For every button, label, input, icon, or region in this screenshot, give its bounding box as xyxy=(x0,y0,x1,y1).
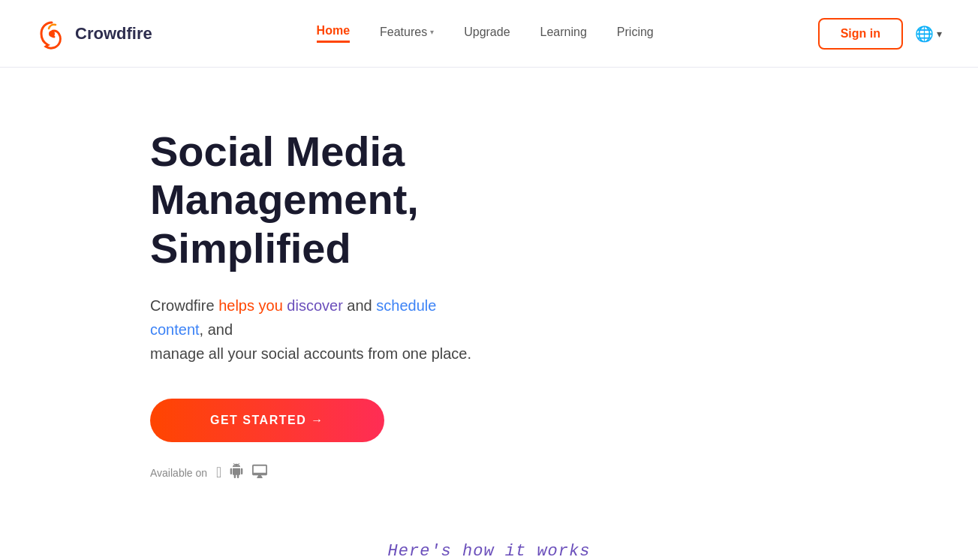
available-row: Available on  xyxy=(150,463,489,482)
desktop-icon xyxy=(251,463,268,482)
logo[interactable]: Crowdfire xyxy=(36,18,152,50)
language-selector[interactable]: 🌐 ▾ xyxy=(915,25,942,43)
subtitle-crowdfire: Crowdfire xyxy=(150,297,218,314)
apple-icon:  xyxy=(216,464,221,481)
subtitle-and: and xyxy=(347,297,376,314)
platform-icons:  xyxy=(216,463,268,482)
nav-pricing[interactable]: Pricing xyxy=(617,26,654,42)
nav-links: Home Features ▾ Upgrade Learning Pricing xyxy=(317,24,654,43)
how-it-works-text: Here's how it works xyxy=(0,542,978,560)
sign-in-button[interactable]: Sign in xyxy=(818,18,903,50)
nav-upgrade[interactable]: Upgrade xyxy=(464,26,510,42)
logo-text: Crowdfire xyxy=(75,24,152,44)
hero-title: Social Media Management, Simplified xyxy=(150,128,489,272)
nav-learning[interactable]: Learning xyxy=(540,26,587,42)
globe-icon: 🌐 xyxy=(915,25,934,43)
hero-section: Social Media Management, Simplified Crow… xyxy=(0,68,525,512)
hero-subtitle: Crowdfire helps you discover and schedul… xyxy=(150,294,489,366)
android-icon xyxy=(229,463,244,482)
nav-right: Sign in 🌐 ▾ xyxy=(818,18,942,50)
logo-icon xyxy=(36,18,68,50)
features-chevron-icon: ▾ xyxy=(430,28,434,36)
subtitle-highlight-2: discover xyxy=(287,297,347,314)
svg-point-1 xyxy=(49,31,55,37)
how-it-works-section: Here's how it works ⌄ xyxy=(0,527,978,560)
available-label: Available on xyxy=(150,467,207,479)
nav-features[interactable]: Features ▾ xyxy=(380,26,434,42)
subtitle-highlight-1: helps you xyxy=(218,297,287,314)
get-started-button[interactable]: GET STARTED → xyxy=(150,399,384,442)
navbar: Crowdfire Home Features ▾ Upgrade Learni… xyxy=(0,0,978,68)
lang-chevron-icon: ▾ xyxy=(937,28,942,40)
nav-home[interactable]: Home xyxy=(317,24,350,43)
